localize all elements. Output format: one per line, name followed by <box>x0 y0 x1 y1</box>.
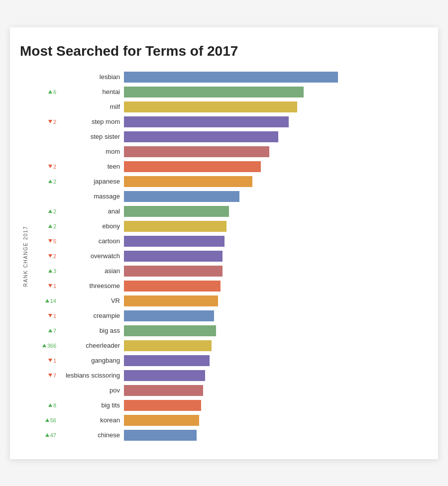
rank-change: 2 <box>28 223 59 229</box>
bar-row: step sister <box>28 130 422 144</box>
bar <box>124 116 289 127</box>
term-label: asian <box>59 267 124 275</box>
term-label: pov <box>59 387 124 394</box>
term-label: ebony <box>59 222 124 230</box>
rank-change-value: 1 <box>53 283 56 289</box>
term-label: VR <box>59 297 124 304</box>
bar <box>124 146 269 157</box>
term-label: chinese <box>59 431 124 439</box>
arrow-down-icon <box>48 314 52 317</box>
rank-change-value: 2 <box>53 253 56 259</box>
bar <box>124 221 226 232</box>
bar <box>124 355 210 366</box>
arrow-down-icon <box>48 120 52 123</box>
arrow-down-icon <box>48 374 52 377</box>
term-label: teen <box>59 163 124 170</box>
arrow-up-icon <box>48 224 52 228</box>
term-label: step sister <box>59 133 124 140</box>
bar-row: massage <box>28 190 422 203</box>
rank-change-value: 14 <box>50 298 56 304</box>
rank-change-value: 56 <box>50 417 56 423</box>
bar-row: 7lesbians scissoring <box>28 369 422 383</box>
term-label: overwatch <box>59 252 124 260</box>
bar-row: 5cartoon <box>28 234 422 248</box>
rank-change-value: 2 <box>53 208 56 214</box>
bar-container <box>124 415 422 426</box>
bar-container <box>124 385 422 396</box>
arrow-up-icon <box>45 418 49 422</box>
chart-body: lesbian6hentaimilf2step momstep sistermo… <box>28 70 422 443</box>
bar <box>124 415 199 426</box>
bar-container <box>124 400 422 411</box>
bar-container <box>124 310 422 321</box>
bar-row: 2step mom <box>28 115 422 129</box>
rank-change: 3 <box>28 268 59 274</box>
bar-row: 1threesome <box>28 279 422 293</box>
term-label: threesome <box>59 282 124 290</box>
rank-change: 2 <box>28 119 59 125</box>
bar <box>124 325 216 336</box>
rank-change-value: 1 <box>53 358 56 364</box>
bar-container <box>124 355 422 366</box>
bar-container <box>124 266 422 277</box>
bar-container <box>124 72 422 83</box>
term-label: step mom <box>59 118 124 125</box>
arrow-up-icon <box>45 299 49 302</box>
bar-container <box>124 281 422 292</box>
rank-change-value: 3 <box>53 268 56 274</box>
bar <box>124 87 304 97</box>
bar-row: 366cheerleader <box>28 339 422 353</box>
arrow-up-icon <box>48 180 52 183</box>
rank-change-value: 2 <box>53 223 56 229</box>
bar-container <box>124 430 422 441</box>
bar-row: 56korean <box>28 413 422 427</box>
rank-change: 56 <box>28 417 59 423</box>
bar-container <box>124 251 422 262</box>
bar-row: 14VR <box>28 294 422 308</box>
rank-change: 6 <box>28 89 59 95</box>
term-label: big ass <box>59 327 124 334</box>
bar-row: 1creampie <box>28 309 422 323</box>
arrow-down-icon <box>48 239 52 243</box>
rank-change: 1 <box>28 313 59 319</box>
bar <box>124 430 197 441</box>
bar-row: pov <box>28 384 422 397</box>
y-axis-label: RANK CHANGE 2017 <box>20 226 28 287</box>
bar <box>124 236 224 247</box>
arrow-down-icon <box>48 254 52 258</box>
bar-row: 7big ass <box>28 324 422 338</box>
rank-change: 7 <box>28 328 59 334</box>
arrow-down-icon <box>48 284 52 288</box>
bar-row: 2anal <box>28 204 422 218</box>
chart-area: RANK CHANGE 2017 lesbian6hentaimilf2step… <box>20 70 422 443</box>
bar-container <box>124 370 422 381</box>
bar-container <box>124 116 422 127</box>
bar-container <box>124 176 422 187</box>
term-label: cheerleader <box>59 342 124 349</box>
bar <box>124 191 239 202</box>
term-label: cartoon <box>59 237 124 245</box>
term-label: big tits <box>59 401 124 409</box>
bar <box>124 176 252 187</box>
rank-change: 2 <box>28 208 59 214</box>
rank-change: 8 <box>28 402 59 408</box>
arrow-up-icon <box>48 90 52 94</box>
term-label: lesbians scissoring <box>59 372 124 379</box>
rank-change: 2 <box>28 179 59 185</box>
bar-row: 1gangbang <box>28 354 422 368</box>
rank-change: 2 <box>28 164 59 170</box>
bar <box>124 131 278 142</box>
arrow-up-icon <box>42 344 46 347</box>
bar-row: 3asian <box>28 264 422 278</box>
bar-container <box>124 101 422 112</box>
term-label: milf <box>59 103 124 110</box>
bar-row: lesbian <box>28 70 422 84</box>
bar <box>124 161 261 172</box>
bar-container <box>124 87 422 97</box>
bar-row: 2ebony <box>28 219 422 233</box>
arrow-up-icon <box>48 209 52 213</box>
bar-container <box>124 325 422 336</box>
bar-row: 2teen <box>28 160 422 174</box>
rank-change: 1 <box>28 283 59 289</box>
bar-container <box>124 206 422 217</box>
